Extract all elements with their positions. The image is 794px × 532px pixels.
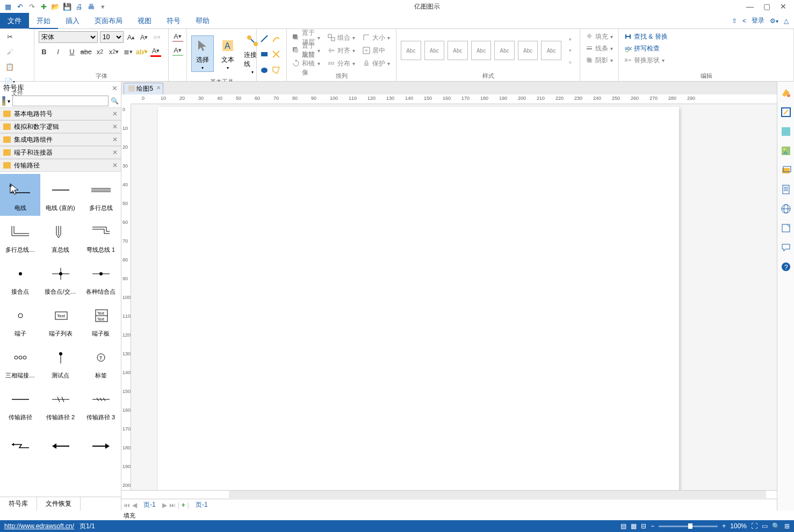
rpanel-help-icon[interactable]: ? (780, 261, 792, 273)
cat-close-icon[interactable]: ✕ (112, 149, 118, 156)
bold-icon[interactable]: B (39, 46, 49, 57)
page-sheet[interactable] (158, 107, 679, 490)
quickprint-icon[interactable]: 🖶 (86, 2, 96, 11)
minimize-icon[interactable]: — (746, 2, 754, 11)
symbol-wire[interactable]: 电线 (0, 174, 40, 216)
symbol-junction-x[interactable]: 接合点/交… (40, 258, 81, 300)
distribute-button[interactable]: 分布▾ (327, 58, 357, 69)
increase-font-icon[interactable]: A▴ (126, 32, 136, 42)
arc-shape-icon[interactable] (272, 34, 280, 43)
pagetab-nav-next-icon[interactable]: ▶ (162, 501, 167, 509)
fit-page-icon[interactable]: ⛶ (751, 522, 757, 530)
style-more-icon[interactable]: ≡ (565, 57, 575, 68)
tab-layout[interactable]: 页面布局 (87, 13, 130, 28)
tab-help[interactable]: 帮助 (188, 13, 217, 28)
rpanel-fill-icon[interactable] (780, 126, 792, 137)
cat-close-icon[interactable]: ✕ (112, 110, 118, 118)
align-v-icon[interactable]: A▾ (172, 45, 183, 56)
zoom-actual-icon[interactable]: 🔍 (772, 522, 780, 530)
pagetab-current[interactable]: 页-1 (139, 500, 160, 509)
print-icon[interactable]: 🖨 (74, 2, 84, 11)
category-basic[interactable]: 基本电路符号✕ (0, 107, 121, 120)
font-color-icon[interactable]: A▾ (150, 46, 161, 57)
rpanel-comment-icon[interactable] (780, 242, 792, 253)
search-go-icon[interactable]: 🔍 (111, 97, 119, 105)
grid-icon[interactable]: ⊞ (784, 522, 790, 530)
canvas-viewport[interactable] (131, 104, 777, 490)
cross-shape-icon[interactable] (272, 50, 280, 59)
shadow-button[interactable]: 阴影▾ (584, 55, 614, 65)
style-preset-7[interactable]: Abc (541, 41, 561, 60)
close-icon[interactable]: ✕ (780, 2, 786, 11)
highlight-icon[interactable]: ab⁄▾ (136, 46, 147, 57)
cut-icon[interactable]: ✂ (4, 31, 15, 42)
rpanel-theme-icon[interactable] (780, 87, 792, 99)
underline-icon[interactable]: U (67, 46, 77, 57)
decrease-font-icon[interactable]: A▾ (139, 32, 149, 42)
copy-icon[interactable]: 📋 (4, 61, 15, 72)
symbol-terminal[interactable]: 端子 (0, 300, 40, 341)
align-h-icon[interactable]: A▾ (172, 31, 183, 42)
rpanel-globe-icon[interactable] (780, 203, 792, 215)
view-mode-3-icon[interactable]: ⊟ (641, 522, 646, 530)
save-icon[interactable]: 💾 (62, 2, 72, 11)
style-preset-2[interactable]: Abc (424, 41, 445, 60)
symbol-tpath[interactable]: 传输路径 (0, 383, 40, 425)
superscript-icon[interactable]: x2▾ (109, 46, 119, 57)
protect-button[interactable]: 保护▾ (362, 58, 392, 69)
symbol-testpoint[interactable]: 测试点 (40, 341, 81, 383)
bullets-icon[interactable]: ≣▾ (122, 46, 133, 57)
symbol-triphase[interactable]: 三相端接… (0, 341, 40, 383)
cat-close-icon[interactable]: ✕ (112, 162, 118, 169)
category-analog[interactable]: 模拟和数字逻辑✕ (0, 120, 121, 133)
oval-shape-icon[interactable] (260, 66, 269, 75)
line-button[interactable]: 线条▾ (584, 43, 614, 54)
style-preset-1[interactable]: Abc (401, 41, 421, 60)
export-icon[interactable]: ⇧ (732, 17, 737, 25)
category-term[interactable]: 端子和连接器✕ (0, 146, 121, 159)
zoom-in-icon[interactable]: + (722, 522, 726, 530)
cat-close-icon[interactable]: ✕ (112, 123, 118, 130)
category-ic[interactable]: 集成电路组件✕ (0, 133, 121, 146)
font-name-select[interactable]: 宋体 (39, 31, 98, 43)
new-icon[interactable]: ✚ (39, 2, 48, 11)
clear-format-icon[interactable]: ≡▾ (151, 32, 162, 42)
style-preset-3[interactable]: Abc (447, 41, 468, 60)
symbol-curvebus1[interactable]: 弯线总线 1 (81, 216, 121, 258)
rpanel-image-icon[interactable] (780, 145, 792, 157)
tab-file[interactable]: 文件 (0, 13, 29, 28)
symbol-termboard[interactable]: TextText端子板 (81, 300, 121, 341)
hscrollbar[interactable] (229, 491, 766, 498)
symbol-multibus[interactable]: 多行总线 (81, 174, 121, 216)
zoom-slider[interactable] (659, 526, 718, 527)
view-mode-2-icon[interactable]: ▦ (631, 522, 637, 530)
symbol-tpath2[interactable]: 传输路径 2 (40, 383, 81, 425)
text-tool[interactable]: A 文本 ▾ (217, 36, 239, 71)
qat-more-icon[interactable]: ▾ (98, 2, 107, 11)
redo-icon[interactable]: ↷ (27, 2, 37, 11)
tab-symbol[interactable]: 符号 (159, 13, 188, 28)
rpanel-layer-icon[interactable] (780, 164, 792, 176)
more-shape-icon[interactable] (272, 66, 280, 75)
font-size-select[interactable]: 10 (100, 31, 124, 43)
fill-button[interactable]: 填充▾ (584, 31, 614, 42)
rpanel-note-icon[interactable] (780, 222, 792, 234)
open-icon[interactable]: 📂 (50, 2, 60, 11)
align-button[interactable]: 对齐▾ (327, 45, 357, 56)
pagetab-add[interactable]: + (182, 501, 185, 509)
style-prev-icon[interactable]: ▴ (565, 33, 575, 44)
symbol-arrow-right[interactable] (81, 425, 121, 467)
rect-shape-icon[interactable] (260, 50, 269, 59)
sidebar-tab-recover[interactable]: 文件恢复 (37, 497, 81, 511)
category-path[interactable]: 传输路径✕ (0, 159, 121, 172)
style-next-icon[interactable]: ▾ (565, 45, 575, 56)
doctab-close-icon[interactable]: ✕ (156, 85, 161, 91)
center-button[interactable]: 居中 (362, 45, 392, 56)
reshape-button[interactable]: 替换形状▾ (623, 55, 789, 65)
fit-width-icon[interactable]: ▭ (762, 522, 768, 530)
pagetab-nav-first-icon[interactable]: ⏮ (124, 501, 130, 509)
share-icon[interactable]: < (742, 17, 746, 25)
rpanel-pen-icon[interactable] (780, 106, 792, 118)
tab-insert[interactable]: 插入 (58, 13, 87, 28)
symbol-termlist[interactable]: Text端子列表 (40, 300, 81, 341)
